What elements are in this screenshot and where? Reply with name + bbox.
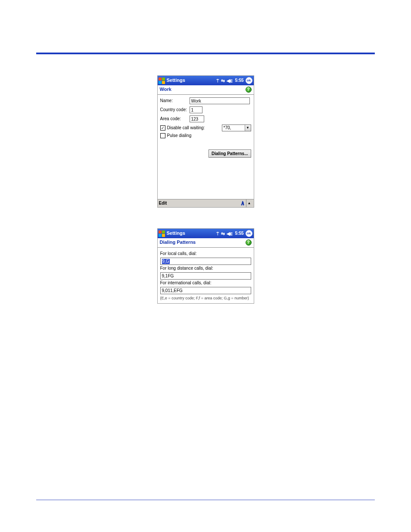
international-label: For international calls, dial: [160, 280, 251, 286]
pulse-dialing-checkbox[interactable] [160, 133, 165, 138]
clock-time[interactable]: 5:55 [235, 78, 243, 83]
page-title: Dialing Patterns [160, 240, 196, 245]
subheader: Dialing Patterns ? [158, 238, 254, 248]
speaker-icon[interactable]: ◀ϵ [227, 231, 233, 236]
status-icons: ⍑ ⇋ ◀ϵ 5:55 [216, 78, 243, 83]
local-calls-label: For local calls, dial: [160, 251, 251, 256]
start-icon[interactable] [159, 230, 165, 237]
page-title: Work [160, 87, 171, 92]
long-distance-label: For long distance calls, dial: [160, 266, 251, 271]
app-title: Settings [167, 78, 185, 83]
signal-icon[interactable]: ⍑ [216, 78, 219, 83]
country-code-label: Country code: [160, 107, 190, 112]
disable-call-waiting-label: Disable call waiting: [167, 125, 205, 131]
international-input[interactable] [160, 287, 251, 294]
bottombar: Edit A ▲ [158, 199, 254, 207]
work-form: Name: Country code: Area code: Disable c… [158, 95, 254, 199]
connection-icon[interactable]: ⇋ [221, 78, 225, 83]
start-icon[interactable] [159, 77, 165, 84]
menu-edit[interactable]: Edit [159, 201, 167, 206]
keyboard-icon[interactable]: A [240, 200, 246, 206]
clock-time[interactable]: 5:55 [235, 231, 243, 236]
disable-call-waiting-checkbox[interactable] [160, 125, 165, 131]
signal-icon[interactable]: ⍑ [216, 231, 219, 236]
dialing-patterns-button[interactable]: Dialing Patterns... [209, 149, 251, 158]
app-title: Settings [167, 230, 185, 236]
call-waiting-code-dropdown[interactable]: *70, ▼ [222, 124, 251, 131]
pulse-dialing-label: Pulse dialing [167, 133, 192, 138]
subheader: Work ? [158, 85, 254, 95]
divider-bottom [36, 500, 375, 500]
area-code-label: Area code: [160, 116, 190, 121]
ok-button[interactable]: ok [246, 230, 252, 237]
speaker-icon[interactable]: ◀ϵ [227, 78, 233, 83]
ok-button[interactable]: ok [246, 77, 252, 84]
titlebar: Settings ⍑ ⇋ ◀ϵ 5:55 ok [158, 76, 254, 85]
call-waiting-code-value: *70, [222, 125, 245, 131]
pattern-legend: (E,e = country code; F,f = area code; G,… [160, 296, 251, 301]
help-icon[interactable]: ? [246, 87, 252, 93]
name-input[interactable] [190, 97, 250, 104]
chevron-down-icon: ▼ [245, 125, 251, 131]
status-icons: ⍑ ⇋ ◀ϵ 5:55 [216, 231, 243, 236]
area-code-input[interactable] [190, 115, 204, 122]
connection-icon[interactable]: ⇋ [221, 231, 225, 236]
titlebar: Settings ⍑ ⇋ ◀ϵ 5:55 ok [158, 229, 254, 238]
dialing-patterns-form: For local calls, dial: 9,G For long dist… [158, 248, 254, 303]
long-distance-input[interactable] [160, 272, 251, 280]
device-screen-dialing-patterns: Settings ⍑ ⇋ ◀ϵ 5:55 ok Dialing Patterns… [157, 228, 254, 304]
name-label: Name: [160, 98, 190, 103]
divider-top [36, 53, 375, 54]
help-icon[interactable]: ? [246, 240, 252, 246]
device-screen-work: Settings ⍑ ⇋ ◀ϵ 5:55 ok Work ? Name: Cou… [157, 75, 254, 208]
sip-arrow-icon[interactable]: ▲ [246, 199, 252, 207]
country-code-input[interactable] [190, 106, 202, 113]
local-calls-value: 9,G [162, 259, 170, 264]
local-calls-input[interactable]: 9,G [160, 258, 251, 265]
